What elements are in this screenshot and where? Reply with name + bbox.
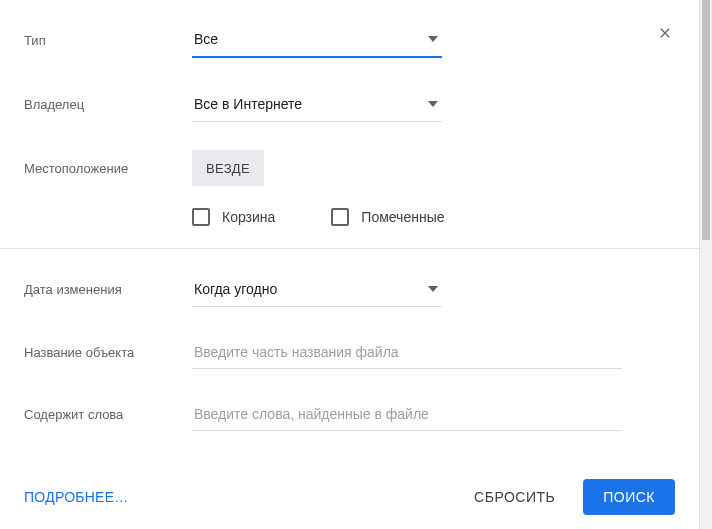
row-words: Содержит слова [0,383,699,445]
field-name [192,335,622,369]
checkbox-box-icon [331,208,349,226]
field-type: Все [192,22,442,58]
row-location: Местоположение ВЕЗДЕ [0,136,699,200]
dropdown-arrow-icon [428,101,438,107]
more-link[interactable]: ПОДРОБНЕЕ… [24,489,129,505]
scrollbar-thumb[interactable] [702,0,710,240]
label-location: Местоположение [24,161,192,176]
label-modified: Дата изменения [24,282,192,297]
checkbox-trash-label: Корзина [222,209,275,225]
search-button[interactable]: ПОИСК [583,479,675,515]
select-modified[interactable]: Когда угодно [192,271,442,307]
checkbox-starred-label: Помеченные [361,209,444,225]
scrollbar-track[interactable] [700,0,712,529]
search-filter-dialog: Тип Все Владелец Все в Интернете [0,0,700,529]
input-words[interactable] [192,397,622,431]
label-name: Название объекта [24,345,192,360]
field-location: ВЕЗДЕ [192,150,442,186]
input-name[interactable] [192,335,622,369]
row-name: Название объекта [0,321,699,383]
dialog-footer: ПОДРОБНЕЕ… СБРОСИТЬ ПОИСК [0,465,699,529]
dropdown-arrow-icon [428,286,438,292]
checkbox-box-icon [192,208,210,226]
select-owner-value: Все в Интернете [194,96,302,112]
location-chip-text: ВЕЗДЕ [206,161,250,176]
row-type: Тип Все [0,0,699,72]
close-icon [657,25,673,44]
row-modified: Дата изменения Когда угодно [0,249,699,321]
select-modified-value: Когда угодно [194,281,277,297]
scroll-area: Тип Все Владелец Все в Интернете [0,0,699,465]
select-type[interactable]: Все [192,22,442,58]
field-modified: Когда угодно [192,271,442,307]
field-owner: Все в Интернете [192,86,442,122]
row-owner: Владелец Все в Интернете [0,72,699,136]
checkbox-starred[interactable]: Помеченные [331,208,444,226]
label-owner: Владелец [24,97,192,112]
search-button-label: ПОИСК [603,489,655,505]
checkbox-trash[interactable]: Корзина [192,208,275,226]
dropdown-arrow-icon [428,36,438,42]
label-words: Содержит слова [24,407,192,422]
select-owner[interactable]: Все в Интернете [192,86,442,122]
close-button[interactable] [653,22,677,46]
location-chip-everywhere[interactable]: ВЕЗДЕ [192,150,264,186]
row-checkboxes: Корзина Помеченные [0,200,699,248]
label-type: Тип [24,33,192,48]
field-words [192,397,622,431]
reset-button[interactable]: СБРОСИТЬ [458,489,571,505]
select-type-value: Все [194,31,218,47]
